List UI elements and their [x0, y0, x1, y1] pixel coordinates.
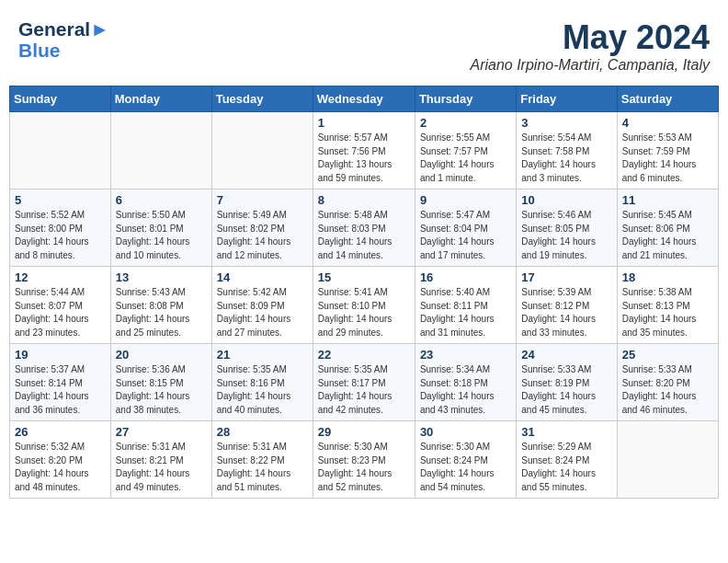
day-info: Sunrise: 5:30 AM Sunset: 8:24 PM Dayligh…	[420, 441, 511, 494]
day-number: 11	[622, 193, 713, 207]
day-number: 26	[15, 425, 106, 439]
calendar-cell: 9Sunrise: 5:47 AM Sunset: 8:04 PM Daylig…	[415, 190, 516, 267]
calendar-week-row: 5Sunrise: 5:52 AM Sunset: 8:00 PM Daylig…	[10, 190, 719, 267]
day-number: 15	[318, 270, 410, 284]
logo-text: General►	[18, 18, 109, 40]
calendar-cell: 12Sunrise: 5:44 AM Sunset: 8:07 PM Dayli…	[10, 267, 111, 344]
day-number: 23	[420, 348, 511, 362]
calendar-cell	[211, 112, 313, 190]
day-number: 17	[521, 270, 611, 284]
weekday-header-thursday: Thursday	[415, 86, 516, 112]
weekday-header-row: SundayMondayTuesdayWednesdayThursdayFrid…	[10, 86, 719, 112]
calendar-cell: 26Sunrise: 5:32 AM Sunset: 8:20 PM Dayli…	[10, 421, 111, 499]
calendar-cell: 15Sunrise: 5:41 AM Sunset: 8:10 PM Dayli…	[313, 267, 415, 344]
calendar-cell	[617, 421, 718, 499]
weekday-header-wednesday: Wednesday	[313, 86, 415, 112]
day-info: Sunrise: 5:45 AM Sunset: 8:06 PM Dayligh…	[622, 209, 713, 262]
day-info: Sunrise: 5:33 AM Sunset: 8:19 PM Dayligh…	[521, 363, 611, 417]
calendar-cell: 4Sunrise: 5:53 AM Sunset: 7:59 PM Daylig…	[617, 112, 718, 190]
day-info: Sunrise: 5:57 AM Sunset: 7:56 PM Dayligh…	[318, 132, 410, 185]
logo-subtext: Blue	[18, 40, 109, 61]
calendar-week-row: 12Sunrise: 5:44 AM Sunset: 8:07 PM Dayli…	[10, 267, 719, 344]
calendar-cell	[110, 112, 211, 190]
day-number: 7	[217, 193, 308, 207]
day-number: 28	[217, 425, 308, 439]
day-info: Sunrise: 5:48 AM Sunset: 8:03 PM Dayligh…	[318, 209, 410, 262]
day-info: Sunrise: 5:32 AM Sunset: 8:20 PM Dayligh…	[15, 441, 106, 494]
day-info: Sunrise: 5:52 AM Sunset: 8:00 PM Dayligh…	[15, 209, 106, 262]
calendar-week-row: 19Sunrise: 5:37 AM Sunset: 8:14 PM Dayli…	[10, 344, 719, 421]
day-info: Sunrise: 5:35 AM Sunset: 8:17 PM Dayligh…	[318, 363, 410, 417]
day-number: 8	[318, 193, 410, 207]
calendar-cell: 21Sunrise: 5:35 AM Sunset: 8:16 PM Dayli…	[211, 344, 313, 421]
day-info: Sunrise: 5:40 AM Sunset: 8:11 PM Dayligh…	[420, 286, 511, 339]
calendar-cell: 5Sunrise: 5:52 AM Sunset: 8:00 PM Daylig…	[10, 190, 111, 267]
day-number: 30	[420, 425, 511, 439]
day-info: Sunrise: 5:37 AM Sunset: 8:14 PM Dayligh…	[15, 363, 106, 417]
day-number: 19	[15, 348, 106, 362]
day-info: Sunrise: 5:30 AM Sunset: 8:23 PM Dayligh…	[318, 441, 410, 494]
calendar-cell: 6Sunrise: 5:50 AM Sunset: 8:01 PM Daylig…	[110, 190, 211, 267]
day-info: Sunrise: 5:36 AM Sunset: 8:15 PM Dayligh…	[116, 363, 207, 417]
title-section: May 2024 Ariano Irpino-Martiri, Campania…	[470, 18, 710, 74]
calendar-cell: 3Sunrise: 5:54 AM Sunset: 7:58 PM Daylig…	[517, 112, 617, 190]
calendar-cell: 16Sunrise: 5:40 AM Sunset: 8:11 PM Dayli…	[415, 267, 516, 344]
calendar-week-row: 26Sunrise: 5:32 AM Sunset: 8:20 PM Dayli…	[10, 421, 719, 499]
day-info: Sunrise: 5:39 AM Sunset: 8:12 PM Dayligh…	[521, 286, 611, 339]
day-number: 12	[15, 270, 106, 284]
day-info: Sunrise: 5:42 AM Sunset: 8:09 PM Dayligh…	[217, 286, 308, 339]
day-number: 3	[521, 116, 611, 130]
day-info: Sunrise: 5:35 AM Sunset: 8:16 PM Dayligh…	[217, 363, 308, 417]
logo: General► Blue	[18, 18, 109, 61]
day-info: Sunrise: 5:55 AM Sunset: 7:57 PM Dayligh…	[420, 132, 511, 185]
calendar-cell: 19Sunrise: 5:37 AM Sunset: 8:14 PM Dayli…	[10, 344, 111, 421]
day-info: Sunrise: 5:29 AM Sunset: 8:24 PM Dayligh…	[521, 441, 611, 494]
calendar-cell: 30Sunrise: 5:30 AM Sunset: 8:24 PM Dayli…	[415, 421, 516, 499]
calendar-table: SundayMondayTuesdayWednesdayThursdayFrid…	[9, 86, 719, 499]
day-info: Sunrise: 5:43 AM Sunset: 8:08 PM Dayligh…	[116, 286, 207, 339]
calendar-cell: 28Sunrise: 5:31 AM Sunset: 8:22 PM Dayli…	[211, 421, 313, 499]
day-info: Sunrise: 5:50 AM Sunset: 8:01 PM Dayligh…	[116, 209, 207, 262]
day-info: Sunrise: 5:54 AM Sunset: 7:58 PM Dayligh…	[521, 132, 611, 185]
calendar-cell: 20Sunrise: 5:36 AM Sunset: 8:15 PM Dayli…	[110, 344, 211, 421]
month-year-title: May 2024	[470, 18, 710, 57]
day-number: 22	[318, 348, 410, 362]
day-number: 31	[521, 425, 611, 439]
day-info: Sunrise: 5:33 AM Sunset: 8:20 PM Dayligh…	[622, 363, 713, 417]
day-number: 5	[15, 193, 106, 207]
day-number: 10	[521, 193, 611, 207]
day-info: Sunrise: 5:44 AM Sunset: 8:07 PM Dayligh…	[15, 286, 106, 339]
calendar-cell: 23Sunrise: 5:34 AM Sunset: 8:18 PM Dayli…	[415, 344, 516, 421]
location-subtitle: Ariano Irpino-Martiri, Campania, Italy	[470, 57, 710, 74]
calendar-cell: 13Sunrise: 5:43 AM Sunset: 8:08 PM Dayli…	[110, 267, 211, 344]
calendar-cell: 18Sunrise: 5:38 AM Sunset: 8:13 PM Dayli…	[617, 267, 718, 344]
calendar-cell: 8Sunrise: 5:48 AM Sunset: 8:03 PM Daylig…	[313, 190, 415, 267]
calendar-cell: 29Sunrise: 5:30 AM Sunset: 8:23 PM Dayli…	[313, 421, 415, 499]
calendar-cell: 14Sunrise: 5:42 AM Sunset: 8:09 PM Dayli…	[211, 267, 313, 344]
day-number: 1	[318, 116, 410, 130]
calendar-week-row: 1Sunrise: 5:57 AM Sunset: 7:56 PM Daylig…	[10, 112, 719, 190]
weekday-header-sunday: Sunday	[10, 86, 111, 112]
day-number: 6	[116, 193, 207, 207]
calendar-cell: 17Sunrise: 5:39 AM Sunset: 8:12 PM Dayli…	[517, 267, 617, 344]
weekday-header-monday: Monday	[110, 86, 211, 112]
weekday-header-tuesday: Tuesday	[211, 86, 313, 112]
calendar-cell: 25Sunrise: 5:33 AM Sunset: 8:20 PM Dayli…	[617, 344, 718, 421]
day-number: 24	[521, 348, 611, 362]
calendar-cell: 1Sunrise: 5:57 AM Sunset: 7:56 PM Daylig…	[313, 112, 415, 190]
day-info: Sunrise: 5:38 AM Sunset: 8:13 PM Dayligh…	[622, 286, 713, 339]
day-info: Sunrise: 5:47 AM Sunset: 8:04 PM Dayligh…	[420, 209, 511, 262]
weekday-header-saturday: Saturday	[617, 86, 718, 112]
day-number: 13	[116, 270, 207, 284]
day-number: 29	[318, 425, 410, 439]
page-header: General► Blue May 2024 Ariano Irpino-Mar…	[9, 9, 719, 78]
calendar-cell: 2Sunrise: 5:55 AM Sunset: 7:57 PM Daylig…	[415, 112, 516, 190]
day-info: Sunrise: 5:49 AM Sunset: 8:02 PM Dayligh…	[217, 209, 308, 262]
calendar-cell: 11Sunrise: 5:45 AM Sunset: 8:06 PM Dayli…	[617, 190, 718, 267]
day-info: Sunrise: 5:34 AM Sunset: 8:18 PM Dayligh…	[420, 363, 511, 417]
day-number: 21	[217, 348, 308, 362]
day-number: 4	[622, 116, 713, 130]
day-info: Sunrise: 5:46 AM Sunset: 8:05 PM Dayligh…	[521, 209, 611, 262]
day-number: 20	[116, 348, 207, 362]
day-info: Sunrise: 5:31 AM Sunset: 8:22 PM Dayligh…	[217, 441, 308, 494]
